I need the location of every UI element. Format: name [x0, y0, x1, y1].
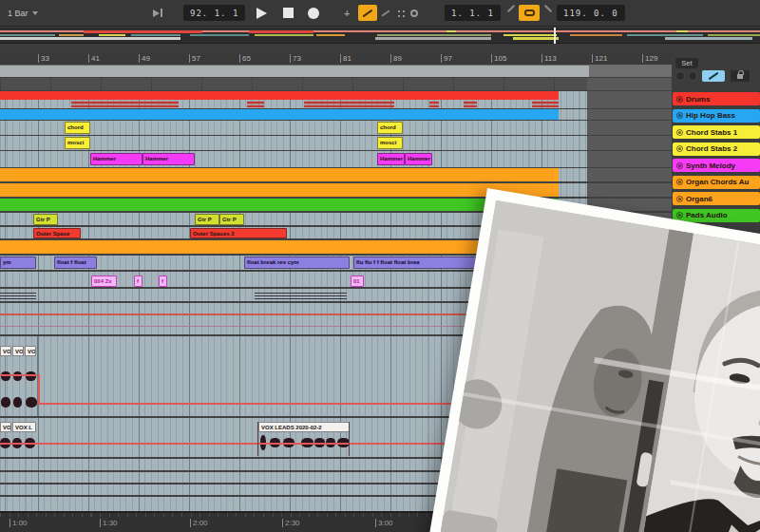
clip[interactable]: Hammer [405, 153, 432, 165]
track-name: Organ Chords Au [686, 178, 749, 186]
capture-midi-button[interactable] [394, 5, 406, 21]
track-name: Chord Stabs 1 [686, 128, 737, 137]
record-button[interactable] [308, 5, 319, 21]
automation-line[interactable] [349, 422, 350, 456]
clip[interactable]: VO [25, 346, 36, 356]
track-header[interactable]: Synth Melody [673, 159, 760, 172]
quantization-menu[interactable]: 1 Bar [8, 5, 38, 21]
automation-line[interactable] [37, 336, 38, 416]
loop-brace[interactable] [0, 65, 589, 77]
set-button[interactable]: Set [675, 58, 698, 68]
loop-length-display[interactable]: 119. 0. 0 [557, 5, 625, 21]
loop-button[interactable] [519, 5, 540, 21]
automation-line[interactable] [257, 422, 258, 456]
time-label: 3:00 [375, 519, 393, 527]
bar-number-label: 113 [542, 54, 557, 63]
clip[interactable]: Hammer [377, 153, 405, 165]
track-header[interactable]: Organ6 [673, 192, 760, 205]
track-header[interactable]: Hip Hop Bass [673, 109, 760, 123]
quantization-label: 1 Bar [8, 9, 28, 18]
play-button[interactable] [256, 5, 267, 21]
beat-time-ruler[interactable]: 334149576573818997105113121129 [0, 52, 760, 65]
clip[interactable]: float f float [54, 256, 97, 269]
beyond-end-area [587, 151, 672, 167]
clip[interactable]: chord [65, 122, 90, 134]
lock-envelopes-button[interactable] [731, 70, 750, 82]
dot-grid-icon [398, 10, 400, 12]
clip[interactable]: Hammer [142, 153, 195, 165]
clip[interactable]: 004 Zx [91, 276, 117, 287]
clip[interactable]: VO [0, 346, 11, 356]
clip[interactable]: Gtr P [33, 214, 58, 225]
clip[interactable]: VOX LEADS 2020-02-2 [258, 422, 350, 432]
track-unfold-icon[interactable] [676, 129, 683, 136]
clip[interactable]: chord [377, 122, 403, 134]
stop-button[interactable] [283, 5, 294, 21]
waveform-blob [1, 371, 10, 381]
midi-segment [0, 292, 36, 299]
overview-clip-segment [627, 34, 703, 36]
overdub-button[interactable]: + [344, 5, 350, 21]
punch-out-icon[interactable] [544, 5, 552, 12]
overview-clip-segment [676, 30, 688, 32]
automation-line[interactable] [38, 374, 40, 404]
clip[interactable]: Outer Spaces 2 [190, 228, 287, 238]
track-unfold-icon[interactable] [676, 112, 683, 119]
automation-line[interactable] [0, 374, 39, 376]
clip[interactable]: f [134, 276, 142, 287]
track-unfold-icon[interactable] [676, 179, 683, 185]
clip[interactable]: Gtr P [195, 214, 219, 225]
track-lane[interactable] [0, 151, 587, 167]
track-unfold-icon[interactable] [676, 212, 683, 218]
midi-segment [255, 292, 347, 299]
transport-bar: 1 Bar 92. 1. 1 + 1. 1. 1 119. 0. 0 [0, 0, 760, 27]
track-header[interactable]: Pads Audio [673, 209, 760, 222]
bar-number-label: 41 [88, 54, 100, 63]
clip[interactable] [0, 168, 559, 181]
automation-mode-button[interactable] [702, 70, 725, 82]
clip[interactable] [0, 240, 559, 254]
clip[interactable]: ym [0, 256, 36, 269]
clip[interactable]: Outer Space [33, 228, 81, 238]
clip[interactable]: VOX L [12, 422, 36, 432]
overview-clip-segment [0, 37, 180, 40]
clip[interactable]: mosci [65, 137, 90, 149]
punch-in-icon[interactable] [507, 5, 515, 12]
re-enable-automation-button[interactable] [381, 5, 390, 21]
clip[interactable] [0, 199, 559, 211]
overview-clip-segment [249, 30, 314, 33]
track-header[interactable]: Chord Stabs 1 [673, 125, 760, 139]
collapsed-track-lane[interactable] [0, 78, 587, 90]
clip[interactable] [0, 91, 559, 100]
track-unfold-icon[interactable] [676, 96, 683, 103]
clip[interactable] [0, 109, 559, 120]
clip[interactable]: VO [0, 422, 11, 432]
track-header[interactable]: Chord Stabs 2 [673, 142, 760, 156]
arrangement-overview[interactable] [0, 28, 760, 44]
clip[interactable]: mosci [377, 137, 403, 149]
track-name: Synth Melody [686, 162, 735, 170]
follow-button[interactable] [153, 5, 162, 21]
track-unfold-icon[interactable] [676, 145, 683, 152]
track-unfold-icon[interactable] [676, 162, 683, 169]
clip[interactable]: f [159, 276, 167, 287]
overview-clip-segment [570, 34, 622, 36]
clip[interactable] [0, 183, 559, 197]
automation-arm-button[interactable] [358, 5, 377, 21]
clip[interactable]: Hammer [90, 153, 142, 165]
bar-number-label: 121 [592, 54, 607, 63]
track-header[interactable]: Drums [673, 92, 760, 105]
arrangement-position-display[interactable]: 92. 1. 1 [183, 5, 245, 21]
clip[interactable]: float break rev cym [244, 256, 350, 269]
track-unfold-icon[interactable] [676, 196, 683, 202]
clip[interactable]: 01 [351, 276, 364, 287]
loop-start-display[interactable]: 1. 1. 1 [445, 5, 501, 21]
session-record-button[interactable] [410, 5, 418, 21]
waveform-segment [304, 101, 394, 107]
prev-marker-button[interactable] [675, 71, 685, 81]
beyond-end-area [587, 136, 672, 150]
clip[interactable]: Gtr P [219, 214, 244, 225]
next-marker-button[interactable] [688, 71, 697, 81]
clip[interactable]: VO [12, 346, 24, 356]
track-header[interactable]: Organ Chords Au [673, 176, 760, 189]
